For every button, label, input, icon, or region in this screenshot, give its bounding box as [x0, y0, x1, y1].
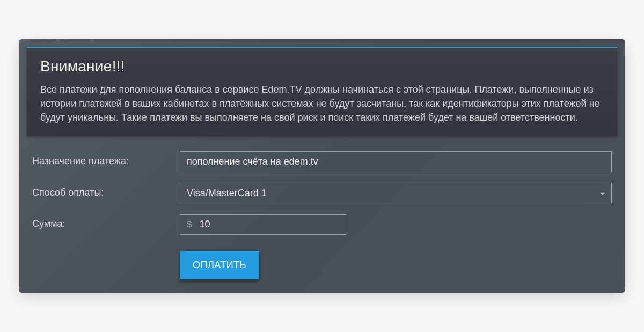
amount-input[interactable]	[197, 215, 346, 234]
amount-input-group: $	[180, 214, 346, 235]
warning-panel: Внимание!!! Все платежи для пополнения б…	[27, 47, 617, 136]
pay-button[interactable]: ОПЛАТИТЬ	[180, 251, 259, 279]
amount-row: Сумма: $	[27, 214, 617, 235]
payment-method-select[interactable]: Visa/MasterCard 1	[180, 183, 612, 203]
submit-row: ОПЛАТИТЬ	[27, 251, 617, 279]
purpose-row: Назначение платежа:	[27, 151, 617, 172]
purpose-input[interactable]	[180, 151, 612, 172]
payment-card: Внимание!!! Все платежи для пополнения б…	[19, 39, 625, 293]
warning-title: Внимание!!!	[40, 58, 604, 75]
payment-method-select-wrap: Visa/MasterCard 1	[180, 183, 612, 203]
payment-method-row: Способ оплаты: Visa/MasterCard 1	[27, 183, 617, 203]
warning-text: Все платежи для пополнения баланса в сер…	[40, 83, 604, 124]
amount-label: Сумма:	[32, 214, 180, 230]
currency-symbol: $	[180, 215, 197, 234]
purpose-label: Назначение платежа:	[32, 151, 180, 167]
payment-method-label: Способ оплаты:	[32, 183, 180, 198]
